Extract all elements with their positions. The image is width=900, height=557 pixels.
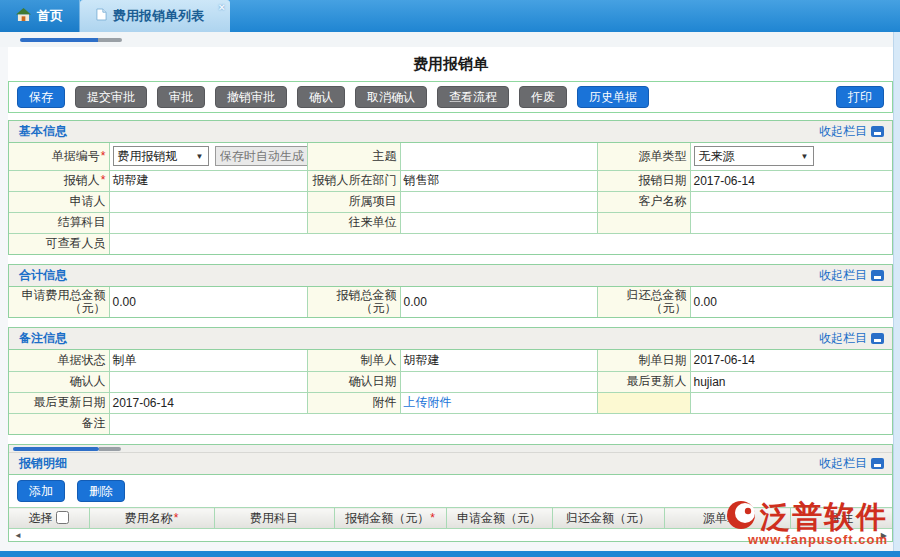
return-total-field: 0.00 <box>690 287 892 317</box>
counterparty-label: 往来单位 <box>307 212 400 233</box>
viewers-field[interactable] <box>109 233 892 254</box>
print-button[interactable]: 打印 <box>836 86 884 108</box>
scrollbar-track-end <box>99 447 121 451</box>
detail-horizontal-scrollbar[interactable] <box>9 445 892 453</box>
subject-field[interactable] <box>400 143 597 170</box>
detail-section-title: 报销明细 <box>19 455 67 472</box>
column-apply-amount: 申请金额（元） <box>446 508 552 529</box>
close-icon[interactable]: × <box>219 1 225 13</box>
column-source-doc-no: 源单编号 <box>664 508 790 529</box>
tab-home-label: 首页 <box>37 7 63 25</box>
view-flow-button[interactable]: 查看流程 <box>437 86 509 108</box>
save-button[interactable]: 保存 <box>17 86 65 108</box>
counterparty-field[interactable] <box>400 212 597 233</box>
cancel-confirm-button[interactable]: 取消确认 <box>355 86 427 108</box>
scroll-right-icon[interactable]: ▶ <box>881 531 887 540</box>
last-update-date-value: 2017-06-14 <box>109 392 307 413</box>
scrollbar-thumb[interactable] <box>13 447 99 451</box>
page-title: 费用报销单 <box>8 49 893 81</box>
remark-collapse-toggle[interactable]: 收起栏目 <box>819 330 884 347</box>
note-label: 备注 <box>9 413 109 434</box>
doc-no-input[interactable] <box>215 146 307 166</box>
collapse-label: 收起栏目 <box>819 330 867 347</box>
column-expense-name: 费用名称* <box>89 508 214 529</box>
dept-field[interactable]: 销售部 <box>400 170 597 191</box>
tab-expense-list[interactable]: 费用报销单列表 × <box>80 0 230 32</box>
top-horizontal-scrollbar[interactable] <box>20 38 130 42</box>
revoke-approval-button[interactable]: 撤销审批 <box>215 86 287 108</box>
void-button[interactable]: 作废 <box>519 86 567 108</box>
applied-total-field: 0.00 <box>109 287 307 317</box>
empty-field <box>690 212 892 233</box>
collapse-icon <box>871 333 884 344</box>
column-expense-subject: 费用科目 <box>214 508 334 529</box>
last-updater-label: 最后更新人 <box>597 371 690 392</box>
source-type-select[interactable]: 无来源▼ <box>694 146 814 166</box>
collapse-label: 收起栏目 <box>819 267 867 284</box>
confirm-date-label: 确认日期 <box>307 371 400 392</box>
applicant-field[interactable] <box>109 191 307 212</box>
approve-button[interactable]: 审批 <box>157 86 205 108</box>
date-field[interactable]: 2017-06-14 <box>690 170 892 191</box>
make-date-label: 制单日期 <box>597 350 690 371</box>
section-basic-info: 基本信息 收起栏目 单据编号* 费用报销规▼ 主题 源单类型 无来源▼ <box>8 120 893 255</box>
toolbar: 保存 提交审批 审批 撤销审批 确认 取消确认 查看流程 作废 历史单据 打印 <box>8 81 893 113</box>
vertical-scrollbar[interactable] <box>893 32 900 551</box>
section-remark-info: 备注信息 收起栏目 单据状态 制单 制单人 胡帮建 制单日期 2017-06-1… <box>8 327 893 435</box>
settle-field[interactable] <box>109 212 307 233</box>
project-field[interactable] <box>400 191 597 212</box>
tab-bar: 首页 费用报销单列表 × <box>0 0 900 32</box>
viewers-label: 可查看人员 <box>9 233 109 254</box>
section-total-info: 合计信息 收起栏目 申请费用总金额（元） 0.00 报销总金额（元） 0.00 … <box>8 264 893 318</box>
column-return-amount: 归还金额（元） <box>552 508 664 529</box>
tab-home[interactable]: 首页 <box>0 0 80 32</box>
total-collapse-toggle[interactable]: 收起栏目 <box>819 267 884 284</box>
collapse-icon <box>871 458 884 469</box>
date-label: 报销日期 <box>597 170 690 191</box>
attachment-label: 附件 <box>307 392 400 413</box>
total-section-title: 合计信息 <box>19 267 67 284</box>
source-type-label: 源单类型 <box>597 143 690 170</box>
column-reimburse-amount: 报销金额（元）* <box>334 508 446 529</box>
column-select: 选择 <box>9 508 89 529</box>
collapse-label: 收起栏目 <box>819 455 867 472</box>
collapse-icon <box>871 126 884 137</box>
status-value: 制单 <box>109 350 307 371</box>
home-icon <box>16 8 31 24</box>
dept-label: 报销人所在部门 <box>307 170 400 191</box>
window-bottom-edge <box>0 551 900 557</box>
return-total-label: 归还总金额（元） <box>597 287 690 317</box>
scrollbar-track-end <box>98 38 122 42</box>
detail-collapse-toggle[interactable]: 收起栏目 <box>819 455 884 472</box>
remark-section-title: 备注信息 <box>19 330 67 347</box>
status-label: 单据状态 <box>9 350 109 371</box>
scroll-left-icon[interactable]: ◄ <box>14 531 22 540</box>
maker-label: 制单人 <box>307 350 400 371</box>
upload-attachment-link[interactable]: 上传附件 <box>404 395 452 409</box>
form-content: 费用报销单 保存 提交审批 审批 撤销审批 确认 取消确认 查看流程 作废 历史… <box>8 47 893 542</box>
note-field[interactable] <box>109 413 892 434</box>
doc-no-rule-select[interactable]: 费用报销规▼ <box>113 146 209 166</box>
select-all-checkbox[interactable] <box>56 511 69 524</box>
applied-total-label: 申请费用总金额（元） <box>9 287 109 317</box>
subject-label: 主题 <box>307 143 400 170</box>
delete-row-button[interactable]: 删除 <box>77 480 125 502</box>
applicant-label: 申请人 <box>9 191 109 212</box>
history-button[interactable]: 历史单据 <box>577 86 649 108</box>
scrollbar-thumb[interactable] <box>20 38 98 42</box>
person-field[interactable]: 胡帮建 <box>109 170 307 191</box>
basic-section-title: 基本信息 <box>19 123 67 140</box>
dropdown-arrow-icon: ▼ <box>196 152 204 161</box>
collapse-label: 收起栏目 <box>819 123 867 140</box>
confirm-button[interactable]: 确认 <box>297 86 345 108</box>
confirmer-label: 确认人 <box>9 371 109 392</box>
basic-collapse-toggle[interactable]: 收起栏目 <box>819 123 884 140</box>
customer-field[interactable] <box>690 191 892 212</box>
empty-field <box>690 392 892 413</box>
confirm-date-value <box>400 371 597 392</box>
grid-scrollbar[interactable]: ◄ ▶ <box>9 529 892 541</box>
last-updater-value: hujian <box>690 371 892 392</box>
add-row-button[interactable]: 添加 <box>17 480 65 502</box>
submit-approval-button[interactable]: 提交审批 <box>75 86 147 108</box>
section-detail: 报销明细 收起栏目 添加 删除 选择 费用名称* 费用科目 报销金额（元）* 申… <box>8 444 893 542</box>
